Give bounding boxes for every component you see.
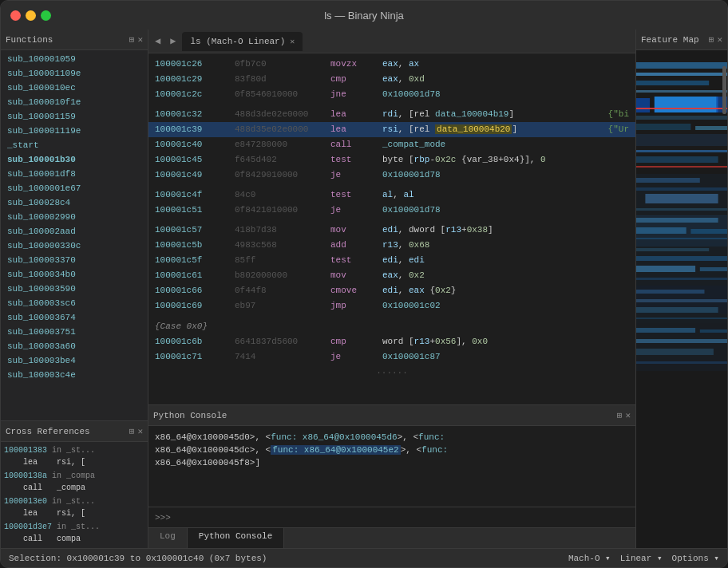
close-icon[interactable]: ✕ (717, 34, 722, 45)
table-row[interactable]: 100001c29 83f80d cmp eax, 0xd (148, 72, 635, 87)
functions-header-icons: ⊞ ✕ (129, 34, 143, 45)
table-row[interactable]: 100001c49 0f8429010000 je 0x100001d78 (148, 168, 635, 183)
tab-label: ls (Mach-O Linear) (190, 37, 285, 46)
table-row[interactable]: 100001c4f 84c0 test al, al (148, 187, 635, 203)
table-row[interactable]: 100001c5b 4983c568 add r13, 0x68 (148, 238, 635, 253)
console-header-icons: ⊞ ✕ (617, 410, 631, 420)
list-item[interactable]: sub_100003590 (1, 282, 148, 296)
nav-back-button[interactable]: ◀ (152, 34, 164, 49)
feature-map-header: Feature Map ⊞ ✕ (636, 30, 727, 50)
console-input[interactable] (176, 512, 629, 523)
disassembly-view[interactable]: 100001c26 0fb7c0 movzx eax, ax 100001c29… (148, 53, 635, 404)
table-row[interactable]: 100001c51 0f8421010000 je 0x100001d78 (148, 203, 635, 218)
svg-rect-10 (695, 126, 727, 130)
list-item[interactable]: sub_100001109e (1, 66, 148, 81)
svg-rect-36 (636, 318, 727, 319)
cross-refs-icons: ⊞ ✕ (129, 426, 143, 436)
feature-map-canvas (636, 50, 727, 548)
list-item[interactable]: sub_100001df8 (1, 167, 148, 181)
svg-rect-12 (636, 150, 727, 152)
svg-rect-9 (636, 124, 690, 130)
list-item[interactable]: sub_100003370 (1, 253, 148, 267)
list-item[interactable]: 100001383 in _st... lea rsi, [ (1, 444, 148, 469)
svg-rect-14 (636, 108, 727, 109)
list-item[interactable]: sub_100001059 (1, 52, 148, 66)
tab-disassembly[interactable]: ls (Mach-O Linear) ✕ (182, 32, 303, 51)
tab-log[interactable]: Log (148, 528, 188, 548)
table-row-selected[interactable]: 100001c39 488d35e02e0000 lea rsi, [rel d… (148, 122, 635, 137)
python-console: Python Console ⊞ ✕ x86_64@0x1000045d0>, … (148, 404, 635, 548)
table-row[interactable]: 100001c2c 0f8546010000 jne 0x100001d78 (148, 87, 635, 102)
selection-status: Selection: 0x100001c39 to 0x100001c40 (0… (9, 554, 267, 563)
list-item[interactable]: sub_100000330c (1, 239, 148, 253)
svg-rect-3 (636, 81, 709, 85)
list-item[interactable]: sub_100002aad (1, 224, 148, 239)
svg-rect-1 (636, 62, 727, 69)
list-item[interactable]: sub_100003751 (1, 325, 148, 339)
list-item[interactable]: sub_1000010ec (1, 81, 148, 95)
ellipsis-indicator: ...... (148, 365, 635, 377)
grid-icon[interactable]: ⊞ (709, 34, 714, 45)
table-row[interactable]: 100001c5f 85ff test edi, edi (148, 253, 635, 268)
grid-icon[interactable]: ⊞ (129, 34, 135, 45)
list-item[interactable]: sub_100028c4 (1, 195, 148, 210)
table-row[interactable]: 100001c32 488d3de02e0000 lea rdi, [rel d… (148, 107, 635, 122)
table-row[interactable]: 100001c61 b802000000 mov eax, 0x2 (148, 268, 635, 283)
minimize-button[interactable] (26, 10, 36, 21)
view-selector[interactable]: Linear ▾ (620, 553, 663, 563)
svg-rect-29 (636, 266, 695, 272)
list-item[interactable]: sub_100001119e (1, 124, 148, 138)
feature-map-title: Feature Map (641, 35, 699, 45)
nav-forward-button[interactable]: ▶ (167, 34, 179, 49)
svg-rect-38 (636, 328, 695, 333)
functions-list[interactable]: sub_100001059 sub_100001109e sub_1000010… (1, 50, 148, 420)
list-item[interactable]: sub_1000010f1e (1, 95, 148, 109)
tab-python-console[interactable]: Python Console (188, 528, 284, 548)
format-selector[interactable]: Mach-O ▾ (568, 553, 611, 563)
grid-icon[interactable]: ⊞ (617, 410, 623, 420)
sidebar: Functions ⊞ ✕ sub_100001059 sub_10000110… (1, 30, 148, 548)
feature-map: Feature Map ⊞ ✕ (635, 30, 727, 548)
table-row[interactable]: 100001c66 0f44f8 cmove edi, eax {0x2} (148, 283, 635, 298)
table-row[interactable]: 100001c6b 6641837d5600 cmp word [r13+0x5… (148, 334, 635, 349)
table-row[interactable]: 100001c26 0fb7c0 movzx eax, ax (148, 57, 635, 72)
svg-rect-43 (722, 66, 726, 114)
list-item[interactable]: sub_100003be4 (1, 353, 148, 368)
table-row[interactable]: 100001c40 e847280000 call _compat_mode (148, 137, 635, 152)
list-item[interactable]: sub_100002990 (1, 210, 148, 224)
list-item[interactable]: sub_100003sc6 (1, 296, 148, 310)
options-selector[interactable]: Options ▾ (672, 553, 719, 563)
list-item[interactable]: sub_1000001e67 (1, 181, 148, 195)
grid-icon[interactable]: ⊞ (129, 426, 135, 436)
list-item[interactable]: sub_1000034b0 (1, 267, 148, 282)
list-item[interactable]: 10000138a in _compa call _compa (1, 469, 148, 495)
svg-rect-2 (636, 73, 727, 76)
table-row[interactable]: 100001c45 f645d402 test byte [rbp-0x2c {… (148, 152, 635, 168)
console-output: x86_64@0x1000045d0>, <func: x86_64@0x100… (148, 426, 635, 507)
traffic-lights (10, 10, 51, 21)
list-item[interactable]: 100001d3e7 in _st... call compa (1, 520, 148, 546)
maximize-button[interactable] (41, 10, 51, 21)
close-icon[interactable]: ✕ (137, 34, 143, 45)
svg-rect-6 (636, 98, 650, 112)
table-row[interactable]: 100001c69 eb97 jmp 0x100001c02 (148, 298, 635, 314)
svg-rect-15 (636, 166, 727, 168)
list-item[interactable]: sub_100003c4e (1, 368, 148, 382)
list-item-active[interactable]: sub_100001b30 (1, 152, 148, 167)
list-item[interactable]: sub_100001159 (1, 109, 148, 124)
table-row[interactable]: 100001c57 418b7d38 mov edi, dword [r13+0… (148, 223, 635, 238)
svg-rect-33 (636, 290, 705, 294)
list-item[interactable]: 1000013e0 in _st... lea rsi, [ (1, 495, 148, 520)
console-tab-bar: Log Python Console (148, 527, 635, 548)
svg-rect-27 (636, 248, 709, 251)
close-icon[interactable]: ✕ (625, 410, 631, 420)
svg-rect-35 (636, 307, 718, 313)
list-item[interactable]: sub_100003a60 (1, 339, 148, 353)
list-item[interactable]: _start (1, 138, 148, 152)
close-button[interactable] (10, 10, 21, 21)
close-icon[interactable]: ✕ (137, 426, 143, 436)
list-item[interactable]: sub_100003674 (1, 310, 148, 325)
table-row[interactable]: 100001c71 7414 je 0x100001c87 (148, 349, 635, 365)
feature-map-svg (636, 50, 727, 548)
tab-close-icon[interactable]: ✕ (290, 37, 295, 46)
